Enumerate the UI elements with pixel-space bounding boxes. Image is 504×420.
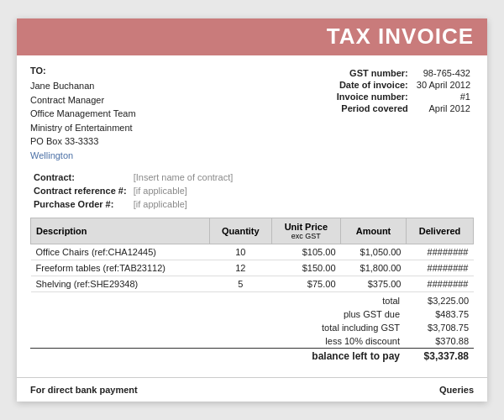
col-unit-price: Unit Price exc GST: [271, 218, 340, 244]
po-value: [if applicable]: [130, 197, 237, 211]
to-info: TO: Jane Buchanan Contract Manager Offic…: [30, 64, 136, 163]
recipient-org: Ministry of Entertainment: [30, 121, 136, 135]
gst-due-value: $483.75: [407, 307, 474, 321]
item-unit-price: $150.00: [271, 260, 340, 276]
total-incl-value: $3,708.75: [407, 321, 474, 334]
spacer: [30, 307, 65, 321]
period-value: April 2012: [413, 102, 474, 114]
spacer: [30, 334, 65, 349]
footer-right: Queries: [439, 385, 474, 395]
item-unit-price: $75.00: [271, 276, 340, 292]
gst-number-label: GST number:: [333, 67, 413, 79]
footer-left: For direct bank payment: [30, 385, 138, 395]
discount-value: $370.88: [407, 334, 474, 349]
item-description: Shelving (ref:SHE29348): [31, 276, 210, 292]
totals-table: total $3,225.00 plus GST due $483.75 tot…: [30, 294, 474, 364]
item-delivered: ########: [406, 244, 473, 260]
col-quantity: Quantity: [209, 218, 271, 244]
period-label: Period covered: [333, 102, 413, 114]
contract-label: Contract:: [30, 171, 130, 184]
col-amount: Amount: [341, 218, 407, 244]
item-delivered: ########: [406, 276, 473, 292]
contract-value: [Insert name of contract]: [130, 171, 237, 184]
col-description: Description: [31, 218, 210, 244]
item-description: Freeform tables (ref:TAB23112): [31, 260, 210, 276]
date-value: 30 April 2012: [413, 79, 474, 91]
item-quantity: 10: [209, 244, 271, 260]
contract-ref-value: [if applicable]: [130, 184, 237, 197]
recipient-city: Wellington: [30, 149, 136, 163]
total-incl-label: total including GST: [65, 321, 407, 334]
table-row: Office Chairs (ref:CHA12445) 10 $105.00 …: [31, 244, 474, 260]
to-gst-section: TO: Jane Buchanan Contract Manager Offic…: [30, 64, 474, 163]
recipient-name: Jane Buchanan: [30, 79, 136, 93]
recipient-role: Contract Manager: [30, 93, 136, 108]
item-delivered: ########: [406, 260, 473, 276]
item-description: Office Chairs (ref:CHA12445): [31, 244, 210, 260]
total-value: $3,225.00: [407, 294, 474, 307]
to-label: TO:: [30, 64, 136, 78]
table-row: Freeform tables (ref:TAB23112) 12 $150.0…: [31, 260, 474, 276]
invoice-number-label: Invoice number:: [333, 91, 413, 102]
items-table: Description Quantity Unit Price exc GST …: [30, 218, 474, 292]
spacer: [30, 294, 65, 307]
po-label: Purchase Order #:: [30, 197, 130, 211]
invoice-page: TAX INVOICE TO: Jane Buchanan Contract M…: [17, 18, 487, 402]
totals-section: total $3,225.00 plus GST due $483.75 tot…: [30, 294, 474, 364]
item-unit-price: $105.00: [271, 244, 340, 260]
discount-label: less 10% discount: [65, 334, 407, 349]
invoice-number-value: #1: [413, 91, 474, 102]
balance-label: balance left to pay: [65, 349, 407, 365]
item-amount: $1,800.00: [341, 260, 407, 276]
gst-number-value: 98-765-432: [413, 67, 474, 79]
col-delivered: Delivered: [406, 218, 473, 244]
invoice-body: TO: Jane Buchanan Contract Manager Offic…: [17, 55, 487, 373]
spacer: [30, 349, 65, 365]
invoice-footer: For direct bank payment Queries: [17, 377, 487, 402]
item-amount: $1,050.00: [341, 244, 407, 260]
spacer: [30, 321, 65, 334]
item-amount: $375.00: [341, 276, 407, 292]
balance-value: $3,337.88: [407, 349, 474, 365]
invoice-header: TAX INVOICE: [17, 18, 487, 55]
items-section: Description Quantity Unit Price exc GST …: [30, 218, 474, 292]
item-quantity: 5: [209, 276, 271, 292]
recipient-po: PO Box 33-3333: [30, 134, 136, 149]
contract-section: Contract: [Insert name of contract] Cont…: [30, 171, 474, 211]
gst-due-label: plus GST due: [65, 307, 407, 321]
table-row: Shelving (ref:SHE29348) 5 $75.00 $375.00…: [31, 276, 474, 292]
recipient-team: Office Management Team: [30, 107, 136, 121]
invoice-title: TAX INVOICE: [327, 24, 474, 50]
total-label: total: [65, 294, 407, 307]
gst-info: GST number: 98-765-432 Date of invoice: …: [333, 67, 474, 163]
date-label: Date of invoice:: [333, 79, 413, 91]
item-quantity: 12: [209, 260, 271, 276]
contract-ref-label: Contract reference #:: [30, 184, 130, 197]
